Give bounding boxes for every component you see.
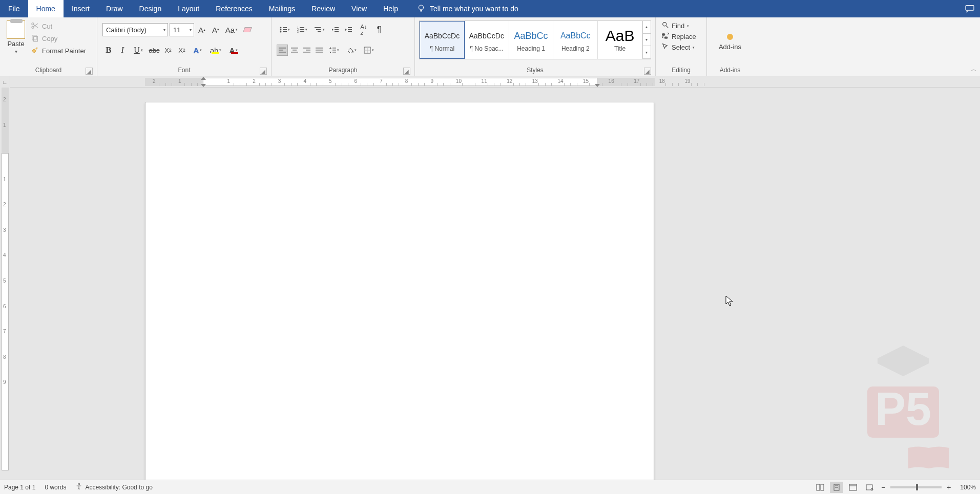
- tab-draw[interactable]: Draw: [98, 0, 131, 17]
- font-size-value: 11: [173, 26, 180, 34]
- increase-indent-button[interactable]: [342, 24, 355, 36]
- shrink-font-button[interactable]: A▾: [210, 24, 222, 36]
- cut-button[interactable]: Cut: [31, 22, 86, 31]
- styles-scroll-up[interactable]: ▴: [643, 21, 651, 34]
- vertical-ruler[interactable]: 21123456789: [0, 88, 10, 480]
- text-effects-button[interactable]: A▾: [190, 44, 206, 56]
- format-painter-button[interactable]: Format Painter: [31, 46, 86, 56]
- paragraph-dialog-launcher[interactable]: ◢: [403, 68, 410, 75]
- tab-layout[interactable]: Layout: [170, 0, 207, 17]
- svg-rect-24: [348, 27, 352, 28]
- accessibility-status[interactable]: Accessibility: Good to go: [75, 483, 152, 491]
- word-count-status[interactable]: 0 words: [45, 484, 66, 491]
- search-icon: [662, 22, 669, 30]
- clear-formatting-button[interactable]: [241, 24, 254, 36]
- highlight-button[interactable]: ab▾: [207, 44, 224, 56]
- zoom-level[interactable]: 100%: [960, 484, 976, 491]
- decrease-indent-button[interactable]: [329, 24, 341, 36]
- page-number-status[interactable]: Page 1 of 1: [4, 484, 35, 491]
- select-button[interactable]: Select ▾: [662, 43, 696, 52]
- svg-rect-39: [332, 48, 336, 49]
- font-color-button[interactable]: A▾: [225, 44, 242, 56]
- font-dialog-launcher[interactable]: ◢: [260, 68, 267, 75]
- svg-rect-36: [316, 48, 323, 49]
- align-left-button[interactable]: [277, 45, 288, 56]
- paste-button[interactable]: Paste ▾: [3, 19, 29, 65]
- zoom-slider-thumb[interactable]: [916, 484, 918, 490]
- tell-me[interactable]: Tell me what you want to do: [416, 0, 518, 17]
- align-left-icon: [279, 47, 286, 53]
- svg-point-45: [663, 23, 666, 26]
- multilevel-list-button[interactable]: ▾: [311, 24, 328, 36]
- bullets-button[interactable]: ▾: [277, 24, 293, 36]
- align-right-button[interactable]: [301, 45, 312, 56]
- italic-button[interactable]: I: [116, 44, 129, 56]
- tab-insert[interactable]: Insert: [64, 0, 98, 17]
- tab-home[interactable]: Home: [28, 0, 64, 17]
- find-button[interactable]: Find ▾: [662, 22, 696, 30]
- numbering-button[interactable]: 123▾: [294, 24, 310, 36]
- right-indent-marker[interactable]: [595, 84, 600, 87]
- line-spacing-button[interactable]: ▾: [326, 44, 342, 56]
- status-bar: Page 1 of 1 0 words Accessibility: Good …: [0, 480, 980, 494]
- styles-scroll-down[interactable]: ▾: [643, 34, 651, 47]
- style-title[interactable]: AaB Title: [598, 21, 642, 59]
- styles-expand[interactable]: ▾: [643, 46, 651, 59]
- bold-button[interactable]: B: [102, 44, 115, 56]
- cut-label: Cut: [42, 23, 52, 30]
- horizontal-ruler[interactable]: ∟ 2112345678910111213141516171819: [0, 76, 980, 88]
- strikethrough-button[interactable]: abc: [148, 44, 160, 56]
- sort-button[interactable]: A↓Z: [356, 24, 372, 36]
- subscript-button[interactable]: X2: [162, 44, 174, 56]
- focus-mode-button[interactable]: [863, 482, 876, 493]
- format-painter-icon: [31, 46, 39, 56]
- addins-button[interactable]: Add-ins: [710, 19, 750, 65]
- read-mode-button[interactable]: [814, 482, 827, 493]
- borders-button[interactable]: ▾: [361, 44, 377, 56]
- zoom-out-button[interactable]: −: [879, 483, 887, 491]
- clipboard-dialog-launcher[interactable]: ◢: [86, 68, 93, 75]
- tab-mailings[interactable]: Mailings: [261, 0, 303, 17]
- print-layout-button[interactable]: [830, 482, 843, 493]
- web-layout-button[interactable]: [846, 482, 860, 493]
- underline-button[interactable]: U▾: [130, 44, 147, 56]
- paste-dropdown-icon[interactable]: ▾: [15, 49, 17, 54]
- copy-button[interactable]: Copy: [31, 34, 86, 44]
- hanging-indent-marker[interactable]: [201, 84, 206, 87]
- group-paragraph: ▾ 123▾ ▾ A↓Z ¶ ▾ ▾ ▾ Paragraph◢: [272, 17, 415, 76]
- tabs-bar: File Home Insert Draw Design Layout Refe…: [0, 0, 980, 17]
- replace-button[interactable]: abac Replace: [662, 32, 696, 41]
- style-normal[interactable]: AaBbCcDc ¶ Normal: [420, 21, 465, 59]
- tab-view[interactable]: View: [343, 0, 375, 17]
- style-heading1[interactable]: AaBbCc Heading 1: [509, 21, 554, 59]
- align-justify-button[interactable]: [314, 45, 325, 56]
- svg-rect-38: [316, 52, 323, 53]
- tab-file[interactable]: File: [0, 0, 28, 17]
- comments-icon[interactable]: [960, 0, 980, 17]
- shading-button[interactable]: ▾: [343, 44, 360, 56]
- document-canvas[interactable]: [10, 88, 980, 480]
- font-name-select[interactable]: Calibri (Body) ▾: [102, 23, 168, 36]
- tab-design[interactable]: Design: [131, 0, 170, 17]
- font-size-select[interactable]: 11 ▾: [170, 23, 194, 36]
- tab-help[interactable]: Help: [375, 0, 406, 17]
- page[interactable]: [145, 102, 654, 494]
- first-line-indent-marker[interactable]: [201, 77, 206, 80]
- align-center-button[interactable]: [289, 45, 300, 56]
- zoom-slider[interactable]: [890, 486, 942, 488]
- style-no-spacing[interactable]: AaBbCcDc ¶ No Spac...: [465, 21, 509, 59]
- grow-font-button[interactable]: A▴: [196, 24, 208, 36]
- tab-review[interactable]: Review: [303, 0, 343, 17]
- superscript-button[interactable]: X2: [176, 44, 188, 56]
- change-case-button[interactable]: Aa▾: [223, 24, 240, 36]
- zoom-in-button[interactable]: +: [945, 483, 953, 491]
- svg-rect-20: [318, 31, 321, 32]
- style-heading2[interactable]: AaBbCc Heading 2: [553, 21, 598, 59]
- styles-dialog-launcher[interactable]: ◢: [644, 68, 651, 75]
- show-paragraph-marks-button[interactable]: ¶: [373, 24, 385, 36]
- svg-rect-32: [291, 52, 298, 53]
- collapse-ribbon-button[interactable]: ︿: [971, 65, 977, 74]
- tab-references[interactable]: References: [207, 0, 261, 17]
- font-group-label: Font: [178, 67, 190, 74]
- tab-selector[interactable]: ∟: [0, 76, 10, 88]
